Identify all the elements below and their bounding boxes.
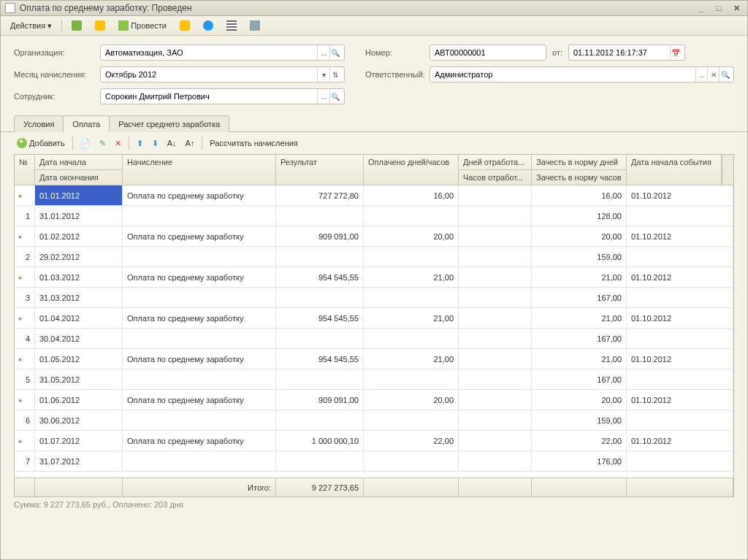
col-event-date[interactable]: Дата начала события [627, 155, 721, 169]
cell-norm-days[interactable]: 20,00 [532, 226, 627, 246]
col-norm-hours[interactable]: Зачесть в норму часов [532, 170, 626, 185]
col-date-start[interactable]: Дата начала [35, 155, 122, 170]
emp-input[interactable] [104, 91, 317, 101]
cell-paid[interactable]: 16,00 [364, 185, 459, 205]
cell-result[interactable]: 954 545,55 [276, 267, 364, 287]
month-field[interactable]: ▾ ⇅ [100, 66, 345, 83]
refresh-button[interactable] [90, 18, 110, 33]
col-result[interactable]: Результат [276, 155, 363, 169]
clear-button[interactable]: ✕ [707, 67, 719, 82]
col-days-worked[interactable]: Дней отработа... [459, 155, 531, 170]
cell-paid[interactable]: 21,00 [364, 349, 459, 369]
cell-date-start[interactable]: 01.04.2012 [35, 308, 123, 328]
cell-calc[interactable]: Оплата по среднему заработку [123, 390, 276, 410]
cell-days[interactable] [459, 431, 532, 450]
cell-date-end[interactable]: 31.03.2012 [35, 288, 123, 307]
cell-paid[interactable]: 22,00 [364, 431, 459, 450]
table-row[interactable]: ▸ 01.05.2012 Оплата по среднему заработк… [15, 349, 733, 390]
col-no[interactable]: № [15, 155, 34, 169]
cell-norm-hours[interactable]: 159,00 [532, 410, 627, 430]
table-row[interactable]: ▸ 01.07.2012 Оплата по среднему заработк… [15, 431, 733, 472]
tab-conditions[interactable]: Условия [14, 115, 64, 132]
cell-days[interactable] [459, 349, 532, 369]
sort-asc-button[interactable]: A↓ [164, 137, 180, 149]
cell-paid[interactable]: 21,00 [364, 308, 459, 328]
cell-calc[interactable]: Оплата по среднему заработку [123, 349, 276, 369]
cell-date-start[interactable]: 01.05.2012 [35, 349, 123, 369]
cell-date-start[interactable]: 01.03.2012 [35, 267, 123, 287]
cell-calc[interactable]: Оплата по среднему заработку [123, 185, 276, 205]
list-button[interactable] [221, 18, 242, 33]
cell-event[interactable]: 01.10.2012 [627, 349, 733, 369]
cell-date-start[interactable]: 01.07.2012 [35, 431, 123, 450]
tab-average[interactable]: Расчет среднего заработка [109, 115, 229, 132]
recalculate-button[interactable]: Рассчитать начисления [207, 137, 301, 149]
date-field[interactable]: 📅 [568, 45, 685, 61]
spinner-button[interactable]: ⇅ [329, 67, 341, 82]
cell-calc[interactable]: Оплата по среднему заработку [123, 267, 276, 287]
dropdown-button[interactable]: ▾ [317, 67, 329, 82]
col-calc[interactable]: Начисление [123, 155, 275, 169]
cell-paid[interactable]: 21,00 [364, 267, 459, 287]
cell-event[interactable]: 01.10.2012 [627, 390, 733, 410]
cell-event[interactable]: 01.10.2012 [627, 308, 733, 328]
org-field[interactable]: ... 🔍 [100, 45, 345, 61]
cell-date-end[interactable]: 31.05.2012 [35, 369, 123, 389]
emp-field[interactable]: ... 🔍 [100, 88, 345, 104]
cell-days[interactable] [459, 308, 532, 328]
table-row[interactable]: ▸ 01.03.2012 Оплата по среднему заработк… [15, 267, 733, 308]
cell-event[interactable]: 01.10.2012 [627, 226, 733, 246]
move-down-button[interactable]: ⬇ [149, 137, 161, 150]
cell-norm-hours[interactable]: 159,00 [532, 247, 627, 266]
table-row[interactable]: ▸ 01.02.2012 Оплата по среднему заработк… [15, 226, 733, 267]
cell-norm-hours[interactable]: 176,00 [532, 451, 627, 471]
actions-menu[interactable]: Действия▾ [5, 19, 57, 33]
cell-event[interactable]: 01.10.2012 [627, 431, 733, 450]
cell-date-end[interactable]: 29.02.2012 [35, 247, 123, 266]
cell-norm-days[interactable]: 20,00 [532, 390, 627, 410]
cell-date-end[interactable]: 30.06.2012 [35, 410, 123, 430]
grid-body[interactable]: ▸ 01.01.2012 Оплата по среднему заработк… [15, 185, 733, 477]
cell-norm-days[interactable]: 21,00 [532, 349, 627, 369]
search-button[interactable]: 🔍 [719, 67, 730, 82]
table-row[interactable]: ▸ 01.01.2012 Оплата по среднему заработк… [15, 185, 733, 226]
report-button[interactable] [175, 18, 195, 33]
save-button[interactable] [66, 18, 87, 33]
cell-norm-hours[interactable]: 167,00 [532, 288, 627, 307]
cell-paid[interactable]: 20,00 [364, 226, 459, 246]
settings-button[interactable] [245, 18, 265, 33]
close-button[interactable]: ✕ [730, 4, 743, 13]
cell-result[interactable]: 909 091,00 [276, 226, 364, 246]
num-field[interactable] [430, 45, 546, 61]
tab-payment[interactable]: Оплата [63, 115, 110, 132]
cell-result[interactable]: 909 091,00 [276, 390, 364, 410]
num-input[interactable] [433, 47, 543, 58]
cell-result[interactable]: 954 545,55 [276, 308, 364, 328]
col-hours-worked[interactable]: Часов отработ... [459, 170, 531, 185]
cell-result[interactable]: 727 272,80 [276, 185, 364, 205]
cell-calc[interactable]: Оплата по среднему заработку [123, 431, 276, 450]
cell-days[interactable] [459, 390, 532, 410]
cell-date-end[interactable]: 30.04.2012 [35, 329, 123, 348]
cell-norm-hours[interactable]: 167,00 [532, 369, 627, 389]
search-button[interactable]: 🔍 [329, 89, 341, 104]
cell-result[interactable]: 954 545,55 [276, 349, 364, 369]
cell-norm-days[interactable]: 21,00 [532, 267, 627, 287]
table-row[interactable]: ▸ 01.06.2012 Оплата по среднему заработк… [15, 390, 733, 431]
cell-norm-days[interactable]: 16,00 [532, 185, 627, 205]
calendar-button[interactable]: 📅 [670, 45, 682, 60]
org-input[interactable] [104, 47, 317, 58]
cell-norm-hours[interactable]: 128,00 [532, 206, 627, 226]
cell-calc[interactable]: Оплата по среднему заработку [123, 226, 276, 246]
cell-date-end[interactable]: 31.07.2012 [35, 451, 123, 471]
edit-button[interactable]: ✎ [96, 137, 109, 150]
cell-days[interactable] [459, 185, 532, 205]
cell-event[interactable]: 01.10.2012 [627, 185, 733, 205]
sort-desc-button[interactable]: A↑ [182, 137, 197, 149]
cell-days[interactable] [459, 226, 532, 246]
select-button[interactable]: ... [317, 45, 329, 60]
cell-date-start[interactable]: 01.02.2012 [35, 226, 123, 246]
delete-button[interactable]: ✕ [112, 137, 124, 150]
cell-date-end[interactable]: 31.01.2012 [35, 206, 123, 226]
cell-paid[interactable]: 20,00 [364, 390, 459, 410]
